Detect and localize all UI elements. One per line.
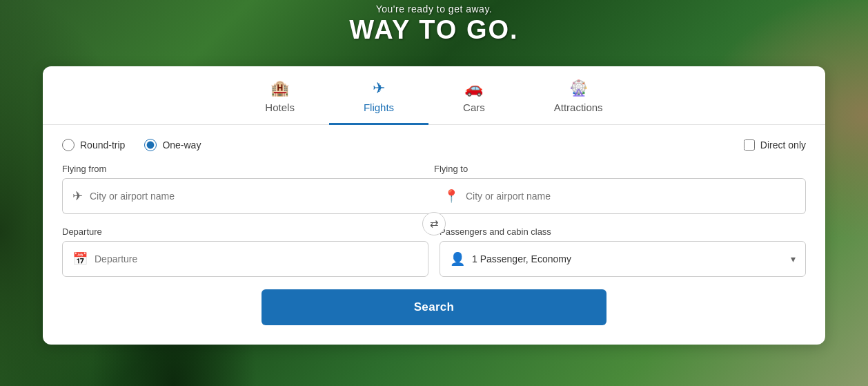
- departure-input[interactable]: [95, 253, 418, 264]
- cars-icon: 🚗: [464, 79, 483, 97]
- hotels-icon: 🏨: [270, 79, 289, 97]
- flying-from-input-wrap[interactable]: ✈: [62, 178, 434, 214]
- search-button-wrap: Search: [43, 289, 825, 325]
- flying-to-input[interactable]: [466, 191, 796, 202]
- flying-from-input[interactable]: [90, 191, 424, 202]
- passengers-input-wrap[interactable]: 👤 1 Passenger, Economy ▾: [440, 241, 806, 277]
- hero-section: You're ready to get away. WAY TO GO.: [349, 3, 518, 46]
- flying-to-group: Flying to 📍: [434, 164, 806, 214]
- direct-only-label[interactable]: Direct only: [760, 139, 806, 151]
- tab-cars-label: Cars: [463, 102, 485, 113]
- flying-to-label: Flying to: [434, 164, 806, 174]
- departure-group: Departure 📅: [62, 226, 428, 277]
- attractions-icon: 🎡: [569, 79, 588, 97]
- tab-attractions[interactable]: 🎡 Attractions: [520, 67, 638, 125]
- flying-from-group: Flying from ✈: [62, 164, 434, 214]
- departure-input-wrap[interactable]: 📅: [62, 241, 428, 277]
- pin-icon: 📍: [444, 189, 459, 204]
- direct-only-checkbox[interactable]: [744, 139, 755, 151]
- tab-cars[interactable]: 🚗 Cars: [428, 67, 520, 125]
- round-trip-radio[interactable]: [62, 139, 75, 151]
- passengers-label: Passengers and cabin class: [440, 226, 806, 237]
- hero-title: WAY TO GO.: [349, 15, 518, 46]
- tab-bar: 🏨 Hotels ✈ Flights 🚗 Cars 🎡 Attractions: [43, 66, 825, 125]
- people-icon: 👤: [450, 251, 465, 267]
- direct-only-wrap: Direct only: [744, 139, 806, 151]
- swap-icon: ⇄: [430, 218, 439, 230]
- tab-hotels-label: Hotels: [265, 102, 295, 113]
- flying-from-label: Flying from: [62, 164, 434, 174]
- calendar-icon: 📅: [72, 251, 88, 267]
- swap-button[interactable]: ⇄: [422, 212, 446, 235]
- trip-type-row: Round-trip One-way Direct only: [62, 139, 806, 151]
- tab-attractions-label: Attractions: [554, 102, 603, 113]
- plane-from-icon: ✈: [72, 189, 83, 204]
- search-form: Round-trip One-way Direct only Flying fr…: [43, 125, 825, 277]
- chevron-down-icon: ▾: [791, 253, 796, 264]
- tab-hotels[interactable]: 🏨 Hotels: [230, 67, 329, 125]
- search-card: 🏨 Hotels ✈ Flights 🚗 Cars 🎡 Attractions …: [43, 66, 825, 345]
- round-trip-option[interactable]: Round-trip: [62, 139, 125, 151]
- one-way-label: One-way: [162, 139, 201, 151]
- passengers-group: Passengers and cabin class 👤 1 Passenger…: [440, 226, 806, 277]
- one-way-option[interactable]: One-way: [144, 139, 201, 151]
- passengers-value: 1 Passenger, Economy: [472, 253, 784, 264]
- hero-subtitle: You're ready to get away.: [349, 3, 518, 15]
- round-trip-label: Round-trip: [80, 139, 125, 151]
- flying-to-input-wrap[interactable]: 📍: [434, 178, 806, 214]
- tab-flights[interactable]: ✈ Flights: [329, 67, 428, 125]
- tab-flights-label: Flights: [364, 102, 394, 113]
- from-to-row: Flying from ✈ ⇄ Flying to 📍: [62, 164, 806, 214]
- flights-icon: ✈: [373, 79, 385, 97]
- search-button[interactable]: Search: [262, 289, 606, 325]
- departure-label: Departure: [62, 226, 428, 237]
- one-way-radio[interactable]: [144, 139, 157, 151]
